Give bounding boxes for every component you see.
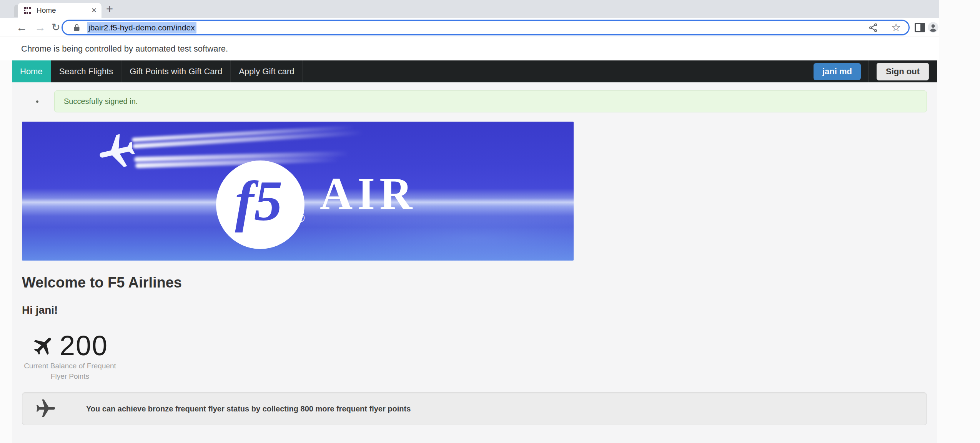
browser-toolbar: ← → ↻ jbair2.f5-hyd-demo.com/index ☆ xyxy=(0,18,939,37)
success-alert: Succesfully signed in. xyxy=(54,90,927,112)
browser-tab-home[interactable]: Home ✕ xyxy=(18,3,101,18)
plane-icon xyxy=(27,329,61,363)
nav-item-apply-gift-card[interactable]: Apply Gift card xyxy=(231,60,303,82)
bookmark-star-icon[interactable]: ☆ xyxy=(891,22,901,33)
back-icon[interactable]: ← xyxy=(16,20,27,34)
hero-banner: f5 ® AIR xyxy=(22,122,574,261)
f5-logo-ball: f5 xyxy=(216,160,304,249)
address-bar[interactable]: jbair2.f5-hyd-demo.com/index ☆ xyxy=(62,20,910,35)
automation-infobar: Chrome is being controlled by automated … xyxy=(0,37,939,60)
nav-item-label: Apply Gift card xyxy=(239,67,294,77)
web-page: Home Search Flights Gift Points with Gif… xyxy=(0,60,939,443)
new-tab-button[interactable]: + xyxy=(106,2,113,17)
share-icon[interactable] xyxy=(868,23,878,33)
navbar-right: jani md Sign out xyxy=(814,60,937,82)
nav-item-label: Search Flights xyxy=(59,67,113,77)
airplane-photo-icon xyxy=(92,126,141,176)
nav-item-label: Gift Points with Gift Card xyxy=(130,67,222,77)
page-title: Welcome to F5 Airlines xyxy=(22,274,927,291)
url-text[interactable]: jbair2.f5-hyd-demo.com/index xyxy=(87,22,196,33)
points-caption: Current Balance of Frequent Flyer Points xyxy=(22,361,118,381)
status-message-text: You can achieve bronze frequent flyer st… xyxy=(86,405,411,413)
site-favicon xyxy=(23,6,32,15)
side-panel-icon[interactable] xyxy=(915,23,925,32)
f5-logo-text: f5 xyxy=(235,168,282,234)
lock-icon xyxy=(73,23,81,32)
points-value: 200 xyxy=(60,333,108,359)
tab-title: Home xyxy=(37,6,91,15)
tab-close-icon[interactable]: ✕ xyxy=(91,7,97,14)
page-content: Succesfully signed in. f5 ® xyxy=(12,90,937,425)
stat-row: 200 xyxy=(22,333,118,359)
reload-icon[interactable]: ↻ xyxy=(52,20,60,34)
nav-item-gift-points[interactable]: Gift Points with Gift Card xyxy=(121,60,231,82)
forward-icon[interactable]: → xyxy=(35,20,46,34)
air-wordmark: AIR xyxy=(320,168,417,220)
browser-window: Home ✕ + ← → ↻ jbair2.f5-hyd-demo.com/in… xyxy=(0,0,939,443)
registered-mark: ® xyxy=(296,211,305,225)
flash-message-item: Succesfully signed in. xyxy=(43,90,927,112)
jet-icon xyxy=(35,398,57,420)
infobar-text: Chrome is being controlled by automated … xyxy=(21,44,228,54)
nav-item-home[interactable]: Home xyxy=(12,60,51,82)
flash-message-list: Succesfully signed in. xyxy=(22,90,927,112)
greeting-heading: Hi jani! xyxy=(22,304,927,316)
frequent-flyer-stat: 200 Current Balance of Frequent Flyer Po… xyxy=(22,333,118,381)
status-message-panel: You can achieve bronze frequent flyer st… xyxy=(22,392,927,425)
tab-strip: Home ✕ + xyxy=(0,0,939,18)
profile-avatar-icon[interactable] xyxy=(927,22,939,33)
success-alert-text: Succesfully signed in. xyxy=(64,97,138,105)
page-wrapper: Home Search Flights Gift Points with Gif… xyxy=(12,60,937,443)
sign-out-button[interactable]: Sign out xyxy=(877,63,929,80)
nav-item-search-flights[interactable]: Search Flights xyxy=(51,60,122,82)
nav-item-label: Home xyxy=(20,67,43,77)
user-button[interactable]: jani md xyxy=(814,63,861,80)
navbar-divider xyxy=(869,60,869,82)
site-navbar: Home Search Flights Gift Points with Gif… xyxy=(12,60,937,82)
